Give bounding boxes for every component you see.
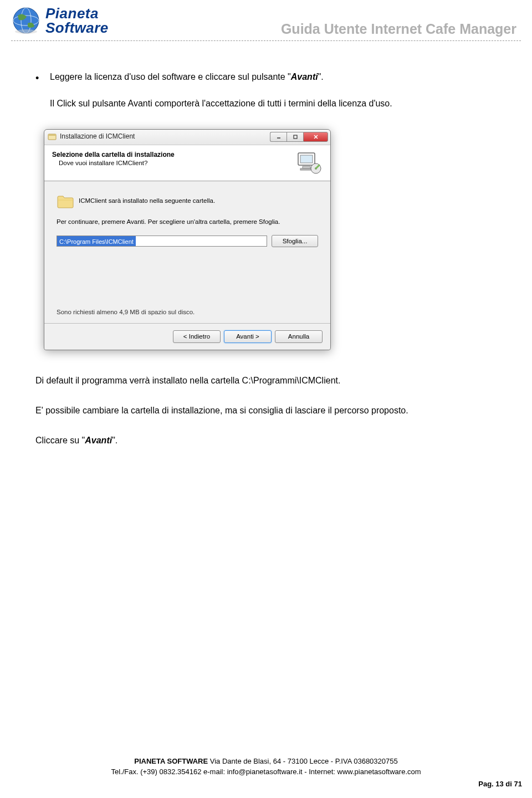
emphasis: Avanti <box>291 72 318 81</box>
instruction-text: Per continuare, premere Avanti. Per sceg… <box>57 218 318 226</box>
folder-message-row: ICMClient sarà installato nella seguente… <box>57 193 318 209</box>
installer-app-icon <box>48 132 57 141</box>
back-button[interactable]: < Indietro <box>173 330 221 343</box>
footer-line1: PIANETA SOFTWARE Via Dante de Blasi, 64 … <box>0 756 532 766</box>
maximize-icon <box>293 134 298 140</box>
browse-button[interactable]: Sfoglia... <box>272 235 318 247</box>
company-name: PIANETA SOFTWARE <box>134 757 208 765</box>
titlebar-text: Installazione di ICMClient <box>60 132 270 141</box>
text: ". <box>112 436 117 445</box>
dialog-header-text: Selezione della cartella di installazion… <box>52 151 175 168</box>
logo: Pianeta Software <box>11 6 109 35</box>
bullet-item: Leggere la licenza d'uso del software e … <box>35 69 510 112</box>
globe-icon <box>11 6 41 35</box>
computer-disk-icon <box>296 151 323 175</box>
svg-point-3 <box>15 29 37 34</box>
window-buttons <box>270 132 328 142</box>
dialog-heading: Selezione della cartella di installazion… <box>52 151 175 160</box>
text: ". <box>318 72 324 81</box>
disk-space-note: Sono richiesti almeno 4,9 MB di spazio s… <box>57 308 318 316</box>
install-path-value: C:\Program Files\ICMClient <box>57 236 136 246</box>
titlebar: Installazione di ICMClient <box>44 130 330 145</box>
page-header: Pianeta Software Guida Utente Internet C… <box>0 0 532 37</box>
emphasis: Avanti <box>85 436 112 445</box>
paragraph: Di default il programma verrà installato… <box>35 372 510 389</box>
text: Cliccare su " <box>35 436 85 445</box>
svg-rect-7 <box>294 135 297 139</box>
maximize-button[interactable] <box>287 132 303 142</box>
paragraph: Il Click sul pulsante Avanti comporterà … <box>50 95 510 112</box>
page-footer: PIANETA SOFTWARE Via Dante de Blasi, 64 … <box>0 756 532 789</box>
logo-line2: Software <box>45 21 109 35</box>
install-path-input[interactable]: C:\Program Files\ICMClient <box>57 236 267 247</box>
dialog-footer: < Indietro Avanti > Annulla <box>44 323 330 350</box>
content-area: Leggere la licenza d'uso del software e … <box>0 41 532 449</box>
page-number: Pag. 13 di 71 <box>0 779 532 789</box>
folder-icon <box>57 193 74 209</box>
svg-rect-10 <box>303 166 310 168</box>
path-row: C:\Program Files\ICMClient Sfoglia... <box>57 235 318 247</box>
logo-line1: Pianeta <box>45 6 109 21</box>
paragraph: E' possibile cambiare la cartella di ins… <box>35 402 510 419</box>
cancel-button[interactable]: Annulla <box>275 330 323 343</box>
next-button[interactable]: Avanti > <box>224 330 272 343</box>
minimize-button[interactable] <box>270 132 287 142</box>
close-button[interactable] <box>303 132 328 142</box>
dialog-subheading: Dove vuoi installare ICMClient? <box>52 159 175 167</box>
document-title: Guida Utente Internet Cafe Manager <box>109 6 521 37</box>
installer-dialog: Installazione di ICMClient Selezione del… <box>44 129 331 350</box>
installer-screenshot: Installazione di ICMClient Selezione del… <box>35 129 510 350</box>
text: Leggere la licenza d'uso del software e … <box>50 72 291 81</box>
logo-text: Pianeta Software <box>45 6 109 35</box>
dialog-body: ICMClient sarà installato nella seguente… <box>44 181 330 323</box>
minimize-icon <box>276 134 282 140</box>
close-icon <box>313 134 319 140</box>
svg-rect-5 <box>48 134 56 136</box>
folder-message: ICMClient sarà installato nella seguente… <box>79 193 215 205</box>
footer-line2: Tel./Fax. (+39) 0832.354162 e-mail: info… <box>0 767 532 777</box>
dialog-header: Selezione della cartella di installazion… <box>44 145 330 181</box>
paragraph: Cliccare su "Avanti". <box>35 432 510 449</box>
address: Via Dante de Blasi, 64 - 73100 Lecce - P… <box>208 757 398 765</box>
svg-rect-9 <box>300 155 313 163</box>
